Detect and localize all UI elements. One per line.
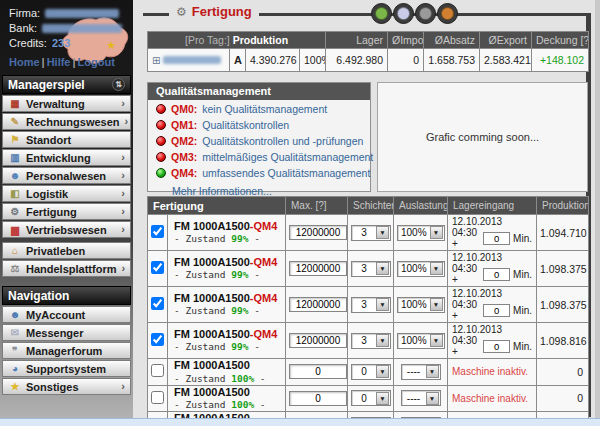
machine-name: FM 1000A1500 — [174, 359, 250, 371]
max-production-input[interactable] — [289, 333, 347, 348]
qm-code: QM0: — [171, 103, 197, 115]
max-production-input[interactable] — [289, 225, 347, 240]
machine-checkbox[interactable] — [151, 364, 164, 377]
qm-item[interactable]: QM4: umfassendes Qualitätsmanagement — [148, 165, 370, 180]
machine-qm-tag: -QM4 — [250, 292, 278, 304]
import-value: 0 — [388, 49, 424, 72]
chevron-right-icon: › — [121, 170, 125, 181]
machine-checkbox[interactable] — [151, 297, 164, 310]
sidebar-item-entwicklung[interactable]: ▥ Entwicklung › — [2, 149, 131, 166]
sidebar-item-logistik[interactable]: ◧ Logistik › — [2, 185, 131, 202]
sidebar-item-messenger[interactable]: ✉ Messenger › — [2, 324, 131, 341]
sidebar-item-vertriebswesen[interactable]: ▆ Vertriebswesen › — [2, 221, 131, 238]
minutes-input[interactable] — [483, 232, 510, 245]
auslastung-select[interactable]: 100% ▼ — [397, 333, 445, 349]
home-icon[interactable] — [437, 3, 458, 24]
auslastung-select[interactable]: 100% ▼ — [397, 297, 445, 313]
dropdown-arrow-icon: ▼ — [376, 298, 389, 311]
sidebar-item-myaccount[interactable]: ☻ MyAccount › — [2, 306, 131, 323]
minutes-input[interactable] — [483, 340, 510, 353]
max-production-input[interactable] — [289, 391, 347, 406]
status-orb-icon — [156, 136, 166, 146]
sidebar-item-verwaltung[interactable]: ▦ Verwaltung › — [2, 95, 131, 112]
machine-checkbox[interactable] — [151, 391, 164, 404]
status-orb-icon — [156, 152, 166, 162]
home-link[interactable]: Home — [9, 56, 40, 68]
schichten-select[interactable]: 3 ▼ — [351, 297, 391, 313]
sidebar-item-privatleben[interactable]: ⌂ Privatleben › — [2, 242, 131, 259]
graphic-placeholder-text: Grafic comming soon... — [426, 131, 539, 143]
redacted-bank-balance — [42, 24, 122, 33]
collapse-menu-icon[interactable]: ⇅ — [112, 78, 125, 91]
sidebar-item-supportsystem[interactable]: ◕ Supportsystem › — [2, 360, 131, 377]
import-header: ØImport — [388, 32, 424, 49]
dropdown-arrow-icon: ▼ — [430, 334, 443, 347]
machine-checkbox[interactable] — [151, 333, 164, 346]
bottom-page-edge — [0, 418, 600, 426]
schichten-select[interactable]: 0 ▼ — [351, 390, 391, 406]
graphic-placeholder-panel: Grafic comming soon... — [377, 82, 588, 192]
minutes-input[interactable] — [483, 304, 510, 317]
auslastung-select[interactable]: 100% ▼ — [397, 261, 445, 277]
schichten-select[interactable]: 3 ▼ — [351, 261, 391, 277]
hilfe-link[interactable]: Hilfe — [47, 56, 71, 68]
max-help-link[interactable]: [?] — [315, 200, 326, 211]
menu-item-label: Managerforum — [26, 345, 102, 357]
sidebar-item-handelsplattform[interactable]: ⚖ Handelsplattform › — [2, 260, 131, 277]
sidebar-item-standort[interactable]: ⚑ Standort › — [2, 131, 131, 148]
deckung-value: +148.102 — [532, 49, 589, 72]
qm-item[interactable]: QM1: Qualitätskontrollen — [148, 117, 370, 132]
sidebar-item-managerforum[interactable]: ❞ Managerforum › — [2, 342, 131, 359]
sidebar-item-personalwesen[interactable]: ☻ Personalwesen › — [2, 167, 131, 184]
produktion-value: 1.094.710 — [537, 215, 589, 251]
menu-item-icon: ⚙ — [9, 207, 21, 217]
quality-grade: A — [230, 49, 246, 72]
auslastung-select[interactable]: 100% ▼ — [397, 225, 445, 241]
sidebar-item-fertigung[interactable]: ⚙ Fertigung › — [2, 203, 131, 220]
print-icon[interactable] — [415, 3, 436, 24]
lagereingang-date: 12.10.2013 — [452, 252, 532, 263]
zustand-percent: 99% — [231, 233, 248, 244]
menu-item-label: Logistik — [26, 188, 68, 200]
deckung-header: Deckung — [536, 34, 577, 46]
max-production-input[interactable] — [289, 364, 347, 379]
machine-checkbox[interactable] — [151, 261, 164, 274]
qm-text: Qualitätskontrollen — [202, 119, 289, 131]
schichten-select[interactable]: 3 ▼ — [351, 333, 391, 349]
machine-name: FM 1000A1500 — [174, 220, 250, 232]
mail-icon[interactable] — [393, 3, 414, 24]
auslastung-select[interactable]: ---- ▼ — [401, 390, 441, 406]
logout-link[interactable]: Logout — [78, 56, 115, 68]
machine-row: FM 1000A1500 - Zustand 100% - 0 ▼ ---- ▼ — [148, 359, 589, 386]
expand-icon[interactable]: ⊞ — [152, 55, 160, 66]
machine-qm-tag: -QM4 — [250, 256, 278, 268]
auslastung-select[interactable]: ---- ▼ — [401, 364, 441, 380]
page-title: ⚙ Fertigung — [169, 4, 259, 19]
produktion-col-header: Produktion — [537, 197, 589, 215]
min-label: Min. — [513, 233, 532, 244]
chevron-right-icon: › — [121, 188, 125, 199]
qm-item[interactable]: QM0: kein Qualitätsmanagement — [148, 101, 370, 116]
reload-icon[interactable] — [371, 3, 392, 24]
deckung-help-link[interactable]: [?] — [580, 34, 588, 46]
qm-item[interactable]: QM2: Qualitätskontrollen und -prüfungen — [148, 133, 370, 148]
qm-item[interactable]: QM3: mittelmäßiges Qualitätsmanagement — [148, 149, 370, 164]
schichten-select[interactable]: 3 ▼ — [351, 225, 391, 241]
stats-row: ⊞ A 4.390.276 100% 6.492.980 0 1.658.753… — [148, 49, 589, 72]
top-links: Home|Hilfe|Logout — [9, 56, 133, 68]
max-production-input[interactable] — [289, 261, 347, 276]
sidebar-item-rechnungswesen[interactable]: ✎ Rechnungswesen › — [2, 113, 131, 130]
sidebar-item-sonstiges[interactable]: ★ Sonstiges › — [2, 378, 131, 395]
produktion-value: 1.098.375 — [537, 251, 589, 287]
max-production-input[interactable] — [289, 297, 347, 312]
min-label: Min. — [513, 269, 532, 280]
machine-checkbox[interactable] — [151, 225, 164, 238]
min-label: Min. — [513, 341, 532, 352]
qm-text: umfassendes Qualitätsmanagement — [202, 167, 370, 179]
chevron-right-icon: › — [121, 381, 125, 392]
redacted-product-link[interactable] — [163, 56, 221, 64]
credits-label: Credits: — [9, 37, 47, 49]
minutes-input[interactable] — [483, 268, 510, 281]
bank-label: Bank: — [9, 22, 37, 34]
schichten-select[interactable]: 0 ▼ — [351, 364, 391, 380]
